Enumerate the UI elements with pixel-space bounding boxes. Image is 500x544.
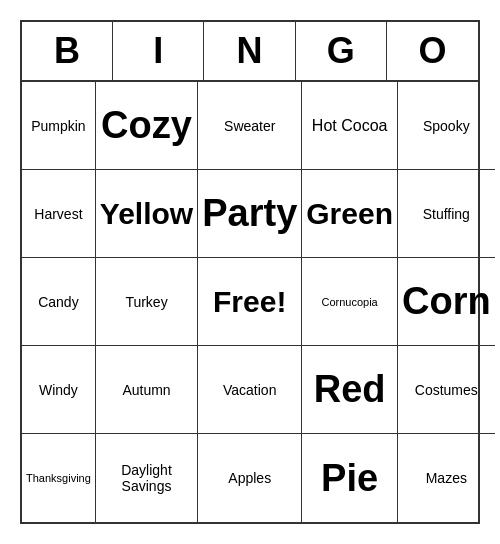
cell-text: Harvest (34, 206, 82, 222)
bingo-cell: Stuffing (398, 170, 495, 258)
cell-text: Sweater (224, 118, 275, 134)
header-letter: G (296, 22, 387, 80)
cell-text: Thanksgiving (26, 472, 91, 484)
cell-text: Hot Cocoa (312, 117, 388, 135)
bingo-cell: Turkey (96, 258, 198, 346)
bingo-cell: Windy (22, 346, 96, 434)
bingo-cell: Thanksgiving (22, 434, 96, 522)
bingo-header: BINGO (22, 22, 478, 82)
cell-text: Vacation (223, 382, 276, 398)
cell-text: Party (202, 192, 297, 235)
cell-text: Candy (38, 294, 78, 310)
bingo-cell: Mazes (398, 434, 495, 522)
cell-text: Costumes (415, 382, 478, 398)
header-letter: I (113, 22, 204, 80)
cell-text: Autumn (122, 382, 170, 398)
cell-text: Spooky (423, 118, 470, 134)
bingo-grid: PumpkinCozySweaterHot CocoaSpookyHarvest… (22, 82, 478, 522)
bingo-cell: Free! (198, 258, 302, 346)
cell-text: Apples (228, 470, 271, 486)
bingo-cell: Pumpkin (22, 82, 96, 170)
bingo-cell: Spooky (398, 82, 495, 170)
header-letter: B (22, 22, 113, 80)
bingo-cell: Yellow (96, 170, 198, 258)
bingo-card: BINGO PumpkinCozySweaterHot CocoaSpookyH… (20, 20, 480, 524)
cell-text: Yellow (100, 197, 193, 231)
bingo-cell: Vacation (198, 346, 302, 434)
bingo-cell: Hot Cocoa (302, 82, 398, 170)
header-letter: O (387, 22, 478, 80)
cell-text: Turkey (125, 294, 167, 310)
bingo-cell: Apples (198, 434, 302, 522)
cell-text: Red (314, 368, 386, 411)
bingo-cell: Pie (302, 434, 398, 522)
bingo-cell: Cornucopia (302, 258, 398, 346)
bingo-cell: Daylight Savings (96, 434, 198, 522)
bingo-cell: Corn (398, 258, 495, 346)
cell-text: Stuffing (423, 206, 470, 222)
bingo-cell: Costumes (398, 346, 495, 434)
bingo-cell: Harvest (22, 170, 96, 258)
cell-text: Cornucopia (321, 296, 377, 308)
bingo-cell: Party (198, 170, 302, 258)
header-letter: N (204, 22, 295, 80)
cell-text: Green (306, 197, 393, 231)
cell-text: Free! (213, 285, 286, 319)
bingo-cell: Autumn (96, 346, 198, 434)
bingo-cell: Red (302, 346, 398, 434)
cell-text: Daylight Savings (100, 462, 193, 494)
cell-text: Pumpkin (31, 118, 85, 134)
cell-text: Corn (402, 280, 491, 323)
cell-text: Cozy (101, 104, 192, 147)
bingo-cell: Sweater (198, 82, 302, 170)
bingo-cell: Green (302, 170, 398, 258)
bingo-cell: Candy (22, 258, 96, 346)
cell-text: Pie (321, 457, 378, 500)
cell-text: Mazes (426, 470, 467, 486)
cell-text: Windy (39, 382, 78, 398)
bingo-cell: Cozy (96, 82, 198, 170)
